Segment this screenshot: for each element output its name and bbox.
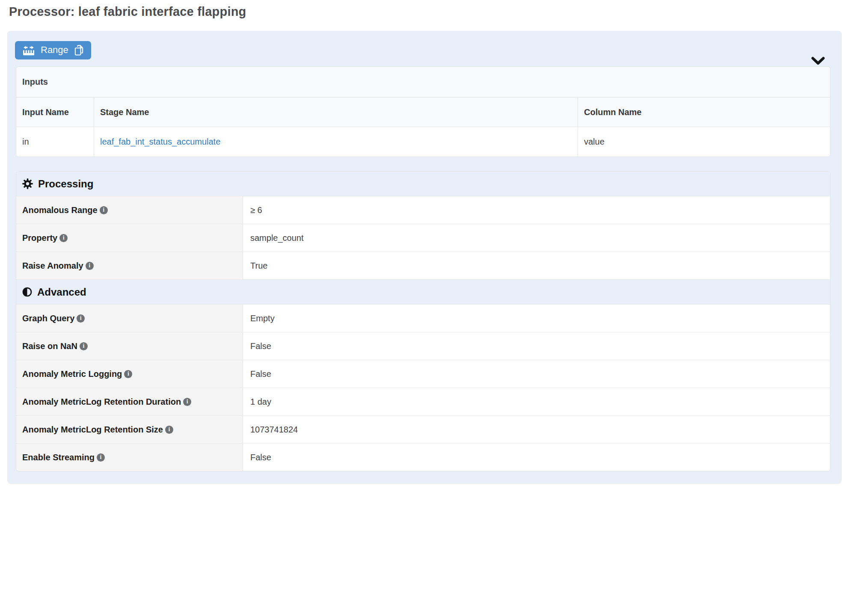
- property-row-raise-anomaly: Raise Anomaly True: [16, 252, 830, 279]
- property-label-text: Anomaly MetricLog Retention Duration: [22, 397, 181, 407]
- half-circle-icon: [22, 287, 33, 297]
- property-label-text: Property: [22, 233, 57, 243]
- section-title: Processing: [38, 178, 93, 190]
- property-row-retention-duration: Anomaly MetricLog Retention Duration 1 d…: [16, 388, 830, 415]
- info-icon[interactable]: [124, 370, 132, 378]
- property-row-enable-streaming: Enable Streaming False: [16, 443, 830, 471]
- property-label-text: Raise Anomaly: [22, 261, 83, 271]
- section-header-processing: Processing: [16, 172, 830, 196]
- page-title: Processor: leaf fabric interface flappin…: [9, 5, 246, 19]
- inputs-table-row: in leaf_fab_int_status_accumulate value: [16, 127, 830, 157]
- column-header-column-name: Column Name: [578, 98, 830, 127]
- property-row-property: Property sample_count: [16, 224, 830, 252]
- property-value: True: [243, 252, 830, 279]
- copy-icon[interactable]: [74, 44, 84, 56]
- property-label: Raise Anomaly: [16, 252, 243, 279]
- info-icon[interactable]: [97, 453, 105, 462]
- info-icon[interactable]: [86, 262, 94, 270]
- property-label: Anomalous Range: [16, 196, 243, 224]
- property-value: False: [243, 332, 830, 360]
- inputs-table-title: Inputs: [16, 67, 830, 97]
- property-label: Property: [16, 224, 243, 252]
- stage-name-cell: leaf_fab_int_status_accumulate: [94, 127, 578, 157]
- property-label-text: Raise on NaN: [22, 341, 77, 351]
- section-header-advanced: Advanced: [16, 279, 830, 304]
- info-icon[interactable]: [80, 342, 88, 350]
- property-label: Anomaly Metric Logging: [16, 360, 243, 388]
- property-value: ≥ 6: [243, 196, 830, 224]
- property-value: False: [243, 360, 830, 388]
- gear-icon: [22, 178, 33, 190]
- column-header-stage-name: Stage Name: [94, 98, 578, 127]
- collapse-panel-button[interactable]: [811, 56, 825, 66]
- processor-panel: Range Inputs Input Name Stage Name Colum…: [7, 31, 842, 484]
- property-row-raise-on-nan: Raise on NaN False: [16, 332, 830, 360]
- info-icon[interactable]: [183, 398, 191, 406]
- info-icon[interactable]: [165, 426, 173, 434]
- property-label: Anomaly MetricLog Retention Duration: [16, 388, 243, 415]
- property-label-text: Anomaly MetricLog Retention Size: [22, 425, 163, 435]
- property-value: False: [243, 444, 830, 471]
- property-value: Empty: [243, 305, 830, 332]
- property-label: Anomaly MetricLog Retention Size: [16, 416, 243, 443]
- property-label: Raise on NaN: [16, 332, 243, 360]
- property-label: Enable Streaming: [16, 444, 243, 471]
- property-row-graph-query: Graph Query Empty: [16, 304, 830, 332]
- inputs-table-header-row: Input Name Stage Name Column Name: [16, 97, 830, 127]
- range-button[interactable]: Range: [15, 41, 91, 59]
- property-value: 1073741824: [243, 416, 830, 443]
- stage-name-link[interactable]: leaf_fab_int_status_accumulate: [100, 137, 220, 147]
- property-row-retention-size: Anomaly MetricLog Retention Size 1073741…: [16, 415, 830, 443]
- property-value: 1 day: [243, 388, 830, 415]
- property-label-text: Graph Query: [22, 314, 74, 323]
- column-header-input-name: Input Name: [16, 98, 94, 127]
- property-label-text: Anomalous Range: [22, 205, 98, 215]
- info-icon[interactable]: [100, 206, 108, 214]
- property-value: sample_count: [243, 224, 830, 252]
- column-name-cell: value: [578, 127, 830, 157]
- property-label: Graph Query: [16, 305, 243, 332]
- info-icon[interactable]: [59, 234, 68, 242]
- range-icon: [22, 45, 35, 56]
- range-button-label: Range: [41, 45, 68, 56]
- input-name-cell: in: [16, 127, 94, 157]
- property-row-anomalous-range: Anomalous Range ≥ 6: [16, 196, 830, 224]
- section-title: Advanced: [37, 286, 86, 298]
- chevron-down-icon: [811, 56, 825, 66]
- inputs-table: Inputs Input Name Stage Name Column Name…: [16, 66, 830, 157]
- property-label-text: Enable Streaming: [22, 453, 95, 462]
- property-label-text: Anomaly Metric Logging: [22, 369, 122, 379]
- properties-table: Processing Anomalous Range ≥ 6 Property …: [16, 171, 830, 471]
- property-row-anomaly-metric-logging: Anomaly Metric Logging False: [16, 360, 830, 388]
- info-icon[interactable]: [77, 314, 85, 323]
